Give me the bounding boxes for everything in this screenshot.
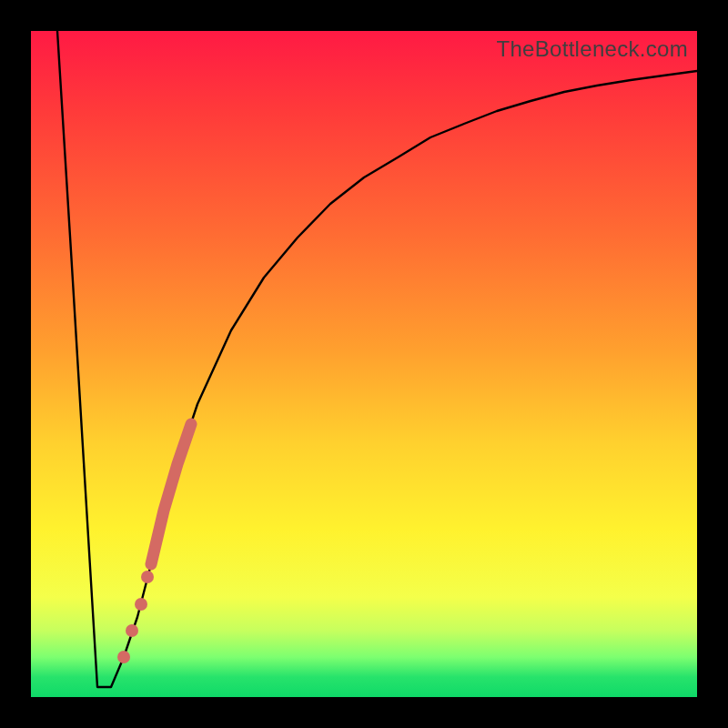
highlight-dot: [126, 624, 138, 637]
chart-frame: TheBottleneck.com: [0, 0, 728, 728]
bottleneck-curve: [31, 31, 697, 697]
highlight-dot: [141, 571, 154, 583]
highlight-segment: [151, 424, 191, 564]
plot-area: TheBottleneck.com: [31, 31, 697, 697]
curve-path: [57, 31, 697, 687]
highlight-dot: [117, 651, 130, 663]
highlight-dot: [135, 598, 147, 611]
